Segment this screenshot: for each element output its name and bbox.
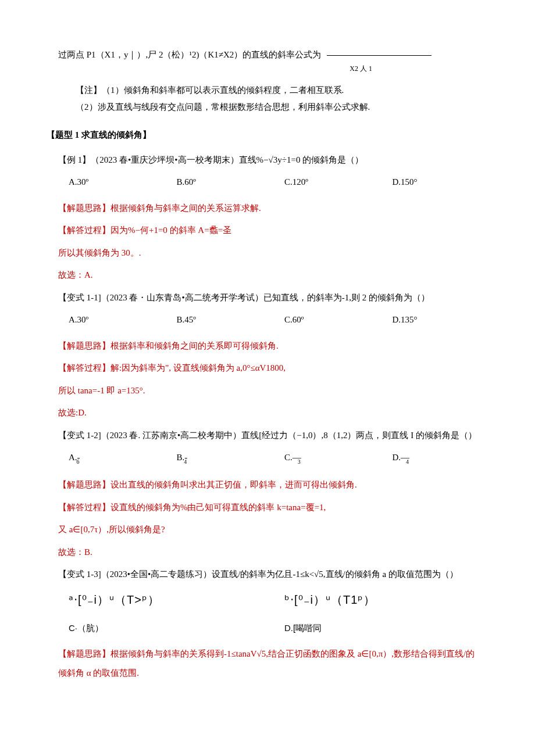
solution-thought: 【解题思路】设出直线的倾斜角叫求出其正切值，即斜率，进而可得出倾斜角. [58, 476, 500, 493]
variant-1-1-options: A.30º B.45º C.60º D.135° [69, 311, 500, 328]
option-c: C·（肮） [69, 620, 284, 637]
option-d: D.150° [393, 174, 501, 191]
option-b: B.45º [177, 311, 285, 328]
answer: 故选:D. [58, 404, 500, 421]
variant-1-1-stem: 【变式 1-1]（2023 春・山东青岛•高二统考开学考试）已知直线，的斜率为-… [58, 289, 500, 306]
solution-result: 所以其倾斜角为 30。. [58, 245, 500, 261]
option-d: D.135° [393, 311, 501, 328]
solution-thought: 【解题思路】根据倾斜角与斜率之间的关系运算求解. [58, 200, 500, 217]
option-a: A.30º [69, 311, 177, 328]
variant-1-3-options-row2: C·（肮） D.[喝喈同 [69, 620, 500, 637]
option-c: C.—3 [284, 449, 393, 467]
formula-text: 过两点 P1（X1，y｜）,尸 2（松）¹2)（K1≠X2）的直线的斜率公式为 [58, 50, 321, 59]
option-d: D.—4 [393, 449, 501, 467]
option-a: A.-6 [69, 449, 177, 467]
example-1-options: A.30º B.60º C.120º D.150° [69, 174, 500, 191]
note-1: 【注】（1）倾斜角和斜率都可以表示直线的倾斜程度，二者相互联系. [76, 82, 500, 99]
note-2: （2）涉及直线与线段有交点问题，常根据数形结合思想，利用斜率公式求解. [76, 99, 500, 116]
solution-process: 【解答过程】设直线的倾斜角为%由己知可得直线的斜率 k=tana=覆=1, [58, 499, 500, 516]
option-a: A.30º [69, 174, 177, 191]
answer: 故选：B. [58, 544, 500, 561]
solution-result: 所以 tana=-1 即 a=135°. [58, 382, 500, 399]
example-1-stem: 【例 1】（2023 春•重庆沙坪坝•高一校考期末）直线%−√3y÷1=0 的倾… [58, 152, 500, 169]
variant-1-2-options: A.-6 B.-4 C.—3 D.—4 [69, 449, 500, 467]
section-heading: 【题型 1 求直线的倾斜角】 [47, 127, 500, 144]
solution-thought: 【解题思路】根据斜率和倾斜角之间的关系即可得倾斜角. [58, 338, 500, 354]
variant-1-2-stem: 【变式 1-2]（2023 春. 江苏南京•高二校考期中）直线[经过力（−1,0… [58, 427, 500, 444]
variant-1-3-stem: 【变式 1-3]（2023•全国•高二专题练习）设直线/的斜率为亿且-1≤k<√… [58, 566, 500, 583]
formula-denominator: X2 人 1 [58, 62, 372, 76]
option-b: B.-4 [177, 449, 285, 467]
fraction-bar [327, 55, 431, 56]
option-b: B.60º [177, 174, 285, 191]
option-c: C.60º [284, 311, 393, 328]
answer: 故选：A. [58, 267, 500, 284]
solution-thought-line1: 【解题思路】根据倾斜角与斜率的关系得到-1≤tanaV√5,结合正切函数的图象及… [58, 646, 500, 662]
option-c: C.120º [284, 174, 393, 191]
solution-process: 【解答过程】因为%−何+1=0 的斜率 A=蠡=圣 [58, 222, 500, 239]
solution-thought-line2: 倾斜角 α 的取值范围. [58, 665, 500, 682]
solution-result: 又 a∈[0,7τ）,所以倾斜角是? [58, 521, 500, 538]
option-b: ᵇ‧[⁰₋i）ᵘ（T1ᵖ） [284, 589, 500, 611]
option-d: D.[喝喈同 [284, 620, 500, 637]
option-a: ᵃ‧[⁰₋i）ᵘ（T>ᵖ） [69, 589, 284, 611]
variant-1-3-options-row1: ᵃ‧[⁰₋i）ᵘ（T>ᵖ） ᵇ‧[⁰₋i）ᵘ（T1ᵖ） [69, 589, 500, 611]
solution-process: 【解答过程】解:因为斜率为", 设直线倾斜角为 a,0°≤αV1800, [58, 360, 500, 377]
